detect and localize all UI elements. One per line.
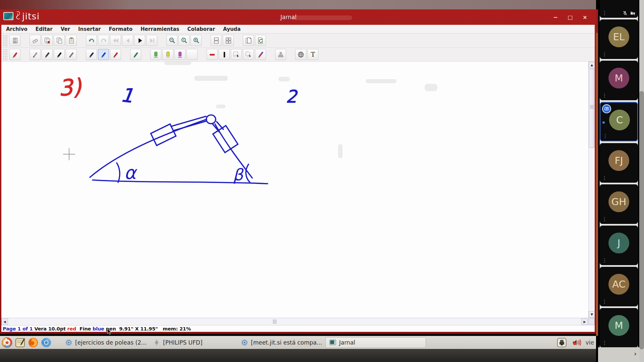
participant-j[interactable]: J ⋮ <box>600 226 638 265</box>
green-highlighter-button[interactable] <box>150 49 161 60</box>
zoom-out-button[interactable] <box>166 35 177 46</box>
single-page-view-button[interactable] <box>211 35 222 46</box>
copy-style-button[interactable] <box>42 35 53 46</box>
scroll-up-button[interactable]: ▲ <box>589 62 595 68</box>
toolbar-main-buttons <box>9 35 267 46</box>
scroll-down-button[interactable]: ▼ <box>589 311 595 318</box>
smooth-pen-button[interactable] <box>66 49 77 60</box>
toolbar-drag-handle[interactable] <box>3 35 7 46</box>
pen-color-button[interactable] <box>9 49 20 60</box>
taskbar-window-jarnal[interactable]: Jarnal <box>325 337 426 348</box>
medium-pen-button[interactable] <box>42 49 53 60</box>
paste-button[interactable] <box>66 35 77 46</box>
tile-menu-icon[interactable]: ⋮ <box>602 93 607 98</box>
participant-ac[interactable]: AC ⋮ <box>600 267 638 306</box>
undo-button[interactable] <box>86 35 97 46</box>
avatar-initials: M <box>614 320 623 331</box>
select-rect-button[interactable] <box>231 49 242 60</box>
select-lasso-button[interactable] <box>243 49 254 60</box>
toolbar-drag-handle[interactable] <box>3 49 7 60</box>
green-pen-button[interactable] <box>130 49 141 60</box>
menu-ayuda[interactable]: Ayuda <box>223 26 240 32</box>
taskbar-window-ejercicios[interactable]: [ejercicios de poleas (2... <box>62 337 150 348</box>
save-button[interactable] <box>9 35 20 46</box>
maximize-button[interactable]: □ <box>565 13 575 21</box>
tile-menu-icon[interactable]: ⋮ <box>602 11 607 15</box>
new-page-button[interactable] <box>243 35 254 46</box>
taskbar-window-meet[interactable]: [meet.jit.si está compa... <box>237 337 325 348</box>
tile-menu-icon[interactable]: ⋮ <box>602 341 607 345</box>
previous-page-button[interactable] <box>122 35 133 46</box>
pen-eraser-button[interactable] <box>255 49 266 60</box>
stamp-button[interactable] <box>275 49 286 60</box>
menu-colaborar[interactable]: Colaborar <box>187 26 215 32</box>
eraser-button[interactable] <box>30 35 41 46</box>
text-tool-button[interactable]: T <box>307 49 318 60</box>
taskbar-window-philips[interactable]: [PHILIPS UFD] <box>150 337 207 348</box>
jarnal-app-button[interactable] <box>14 337 26 348</box>
scroll-right-button[interactable]: ▶ <box>581 318 588 325</box>
vertical-scroll-thumb[interactable] <box>589 69 594 148</box>
zoom-in-button[interactable] <box>191 35 202 46</box>
volume-icon[interactable] <box>571 337 582 348</box>
tile-menu-icon[interactable]: ⋮ <box>602 176 607 180</box>
grid-view-button[interactable] <box>223 35 234 46</box>
participant-tile-partial[interactable]: ⋮ <box>600 0 638 18</box>
redo-button[interactable] <box>98 35 109 46</box>
browser-scroll-thumb[interactable] <box>640 91 644 349</box>
tile-menu-icon[interactable]: ⋮ <box>602 52 607 57</box>
launcher-button[interactable] <box>1 337 13 348</box>
menu-editar[interactable]: Editar <box>36 26 53 32</box>
reloadpage-icon <box>257 37 264 44</box>
next-page-button[interactable] <box>134 35 145 46</box>
browser-scrollbar[interactable] <box>639 0 644 362</box>
canvas-horizontal-scrollbar[interactable]: ◀ ▶ <box>1 318 595 325</box>
zoomout-icon <box>168 37 176 44</box>
copy-button[interactable] <box>54 35 65 46</box>
blue-pen-button[interactable] <box>98 49 109 60</box>
titlebar[interactable]: Jarnal −□× <box>0 9 596 25</box>
white-pen-button[interactable] <box>186 49 198 60</box>
participant-fj[interactable]: FJ ⋮ <box>600 143 638 183</box>
avatar: M <box>608 315 629 336</box>
tray-device-icon[interactable] <box>556 337 568 348</box>
firefox-button[interactable] <box>28 337 39 348</box>
magenta-highlighter-button[interactable] <box>174 49 185 60</box>
red-pen-button[interactable] <box>110 49 121 60</box>
filmstrip-collapse-chevron[interactable]: › <box>634 350 637 357</box>
jarnal-window: Jarnal −□× ArchivoEditarVerInsertarForma… <box>0 9 596 334</box>
participant-gh[interactable]: GH ⋮ <box>600 184 638 224</box>
fine-pen-button[interactable] <box>30 49 41 60</box>
thick-pen-button[interactable] <box>54 49 65 60</box>
participant-m1[interactable]: M ⋮ <box>600 61 638 100</box>
first-page-button[interactable] <box>110 35 121 46</box>
close-button[interactable]: × <box>580 13 590 21</box>
participant-el[interactable]: EL ⋮ <box>600 19 638 59</box>
horizontal-rule-button[interactable] <box>207 49 218 60</box>
taskbar-apps <box>1 337 54 348</box>
canvas-vertical-scrollbar[interactable]: ▲ ▼ <box>588 62 595 318</box>
tile-menu-icon[interactable]: ⋮ <box>602 299 607 304</box>
chromium-button[interactable] <box>41 337 52 348</box>
yellow-highlighter-button[interactable] <box>162 49 173 60</box>
tile-menu-icon[interactable]: ⋮ <box>603 134 608 138</box>
tile-menu-icon[interactable]: ⋮ <box>602 217 607 222</box>
menu-herramientas[interactable]: Herramientas <box>141 26 179 32</box>
participant-m2[interactable]: M ⋮ <box>600 308 638 348</box>
refresh-page-button[interactable] <box>255 35 266 46</box>
web-link-button[interactable] <box>295 49 306 60</box>
menu-archivo[interactable]: Archivo <box>6 26 28 32</box>
menu-ver[interactable]: Ver <box>61 26 70 32</box>
last-page-button[interactable] <box>146 35 157 46</box>
tile-menu-icon[interactable]: ⋮ <box>602 258 607 263</box>
black-pen-button[interactable] <box>86 49 97 60</box>
copy-icon <box>56 37 63 44</box>
menu-formato[interactable]: Formato <box>109 26 132 32</box>
minimize-button[interactable]: − <box>550 13 560 21</box>
scroll-left-button[interactable]: ◀ <box>1 318 8 325</box>
participant-c[interactable]: C ⋮ <box>600 102 638 141</box>
drawing-canvas[interactable]: 3) 1 2 <box>1 62 595 318</box>
zoom-100-button[interactable] <box>178 35 190 46</box>
menu-insertar[interactable]: Insertar <box>78 26 101 32</box>
vertical-rule-button[interactable] <box>219 49 230 60</box>
